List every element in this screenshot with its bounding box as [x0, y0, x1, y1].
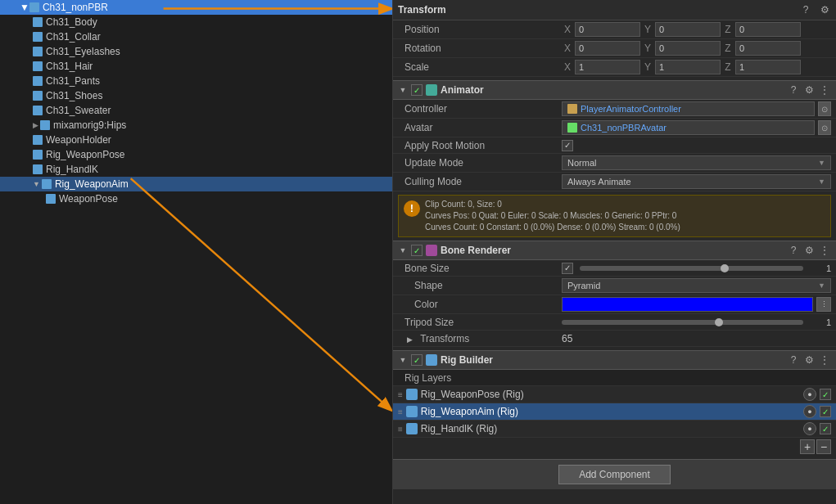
hierarchy-item-ch31collar[interactable]: Ch31_Collar: [0, 29, 392, 44]
rig-layer-enabled-checkbox[interactable]: ✓: [820, 423, 831, 434]
position-row: Position X Y Z: [393, 20, 836, 39]
avatar-pick-btn[interactable]: ⊙: [818, 120, 831, 135]
collapse-icon[interactable]: ▼: [398, 85, 408, 95]
controller-pick-btn[interactable]: ⊙: [818, 101, 831, 116]
rotation-x-input[interactable]: [575, 41, 640, 56]
hierarchy-item-ch31nonpbr[interactable]: ▼ Ch31_nonPBR: [0, 0, 392, 15]
hierarchy-item-ch31body[interactable]: Ch31_Body: [0, 15, 392, 29]
rig-builder-enabled[interactable]: ✓: [411, 354, 423, 366]
hierarchy-item-ch31pants[interactable]: Ch31_Pants: [0, 74, 392, 88]
bone-renderer-icon: [426, 245, 437, 256]
rig-layer-eye-icon[interactable]: ●: [803, 388, 816, 401]
apply-root-motion-checkbox[interactable]: ✓: [562, 140, 573, 151]
collapse-icon[interactable]: ▼: [398, 355, 408, 365]
culling-mode-dropdown[interactable]: Always Animate ▼: [562, 174, 831, 189]
tripod-size-track[interactable]: [562, 320, 803, 325]
hierarchy-item-rigweaponaim[interactable]: ▼ Rig_WeaponAim: [0, 177, 392, 191]
rotation-z-input[interactable]: [735, 41, 801, 56]
hierarchy-item-weaponpose[interactable]: WeaponPose: [0, 191, 392, 206]
settings-icon[interactable]: ⚙: [818, 3, 831, 16]
shape-dropdown[interactable]: Pyramid ▼: [562, 278, 831, 293]
tripod-size-label: Tripod Size: [398, 317, 562, 328]
inspector-panel: Transform ? ⚙ Position X Y Z Rotation X: [393, 0, 836, 504]
hierarchy-item-label: Rig_WeaponPose: [46, 149, 125, 160]
animator-menu-icon[interactable]: ⋮: [818, 83, 831, 97]
hierarchy-item-ch31sweater[interactable]: Ch31_Sweater: [0, 103, 392, 118]
controller-ref[interactable]: PlayerAnimatorController: [562, 101, 815, 116]
bone-settings-icon[interactable]: ⚙: [802, 244, 816, 257]
bone-size-check[interactable]: ✓: [562, 263, 573, 274]
rig-layer-row-2: ≡ Rig_HandlK (Rig) ● ✓: [393, 421, 836, 438]
position-y-input[interactable]: [655, 22, 721, 37]
rig-layer-eye-icon[interactable]: ●: [803, 422, 816, 435]
hierarchy-panel: ▼ Ch31_nonPBR Ch31_Body Ch31_Collar Ch31…: [0, 0, 393, 504]
update-mode-row: Update Mode Normal ▼: [393, 154, 836, 173]
rig-layer-eye-icon[interactable]: ●: [803, 405, 816, 418]
rig-settings-icon[interactable]: ⚙: [802, 353, 816, 367]
transforms-collapse-icon[interactable]: ▶: [404, 335, 414, 344]
rig-menu-icon[interactable]: ⋮: [818, 353, 831, 367]
help-icon[interactable]: ?: [799, 3, 812, 16]
hierarchy-item-ch31shoes[interactable]: Ch31_Shoes: [0, 88, 392, 103]
animator-help-icon[interactable]: ?: [787, 83, 800, 97]
apply-root-motion-value: ✓: [562, 140, 831, 151]
gameobject-icon: [33, 135, 43, 145]
position-z-input[interactable]: [735, 22, 801, 37]
controller-value: PlayerAnimatorController ⊙: [562, 101, 831, 116]
scale-xyz: X Y Z: [562, 60, 831, 74]
bone-help-icon[interactable]: ?: [787, 244, 800, 257]
rig-layer-row-0: ≡ Rig_WeaponPose (Rig) ● ✓: [393, 386, 836, 403]
hierarchy-item-rigweaponpose[interactable]: Rig_WeaponPose: [0, 147, 392, 162]
transforms-row: ▶ Transforms 65: [393, 331, 836, 347]
bone-renderer-enabled[interactable]: ✓: [411, 245, 423, 256]
update-mode-dropdown[interactable]: Normal ▼: [562, 155, 831, 170]
culling-mode-label: Culling Mode: [398, 176, 562, 187]
hierarchy-item-weaponholder[interactable]: WeaponHolder: [0, 133, 392, 147]
position-x-input[interactable]: [575, 22, 640, 37]
scale-label: Scale: [398, 61, 562, 73]
add-rig-layer-button[interactable]: +: [800, 439, 815, 454]
transforms-label-text: Transforms: [420, 333, 469, 344]
gameobject-icon: [29, 2, 39, 12]
rig-layers-label: Rig Layers: [398, 372, 562, 384]
x-label: X: [562, 43, 573, 54]
warning-line1: Clip Count: 0, Size: 0: [425, 199, 680, 210]
hierarchy-item-righandlk[interactable]: Rig_HandlK: [0, 162, 392, 177]
avatar-ref-icon: [567, 123, 577, 133]
color-swatch[interactable]: [562, 297, 813, 312]
rotation-y-input[interactable]: [655, 41, 721, 56]
hierarchy-item-mixamorig[interactable]: ▶ mixamorig9:Hips: [0, 118, 392, 133]
avatar-ref[interactable]: Ch31_nonPBRAvatar: [562, 120, 815, 135]
rig-layer-enabled-checkbox[interactable]: ✓: [820, 389, 831, 400]
expand-icon: ▼: [20, 2, 29, 13]
rig-layer-enabled-checkbox[interactable]: ✓: [820, 406, 831, 417]
collapse-icon[interactable]: ▼: [398, 245, 408, 255]
rig-help-icon[interactable]: ?: [787, 353, 800, 367]
mesh-icon: [33, 106, 43, 115]
tripod-size-thumb[interactable]: [715, 318, 723, 326]
hierarchy-item-label: Ch31_Sweater: [46, 105, 111, 116]
bone-size-thumb[interactable]: [721, 264, 729, 272]
remove-rig-layer-button[interactable]: −: [816, 439, 831, 454]
rig-layers-controls: + −: [393, 438, 836, 456]
gameobject-icon: [46, 194, 56, 204]
add-component-button[interactable]: Add Component: [558, 465, 671, 484]
transform-title: Transform: [398, 4, 446, 16]
position-label: Position: [398, 24, 562, 35]
scale-z-input[interactable]: [735, 60, 801, 74]
animator-enabled-checkbox[interactable]: ✓: [411, 84, 423, 96]
scale-x-input[interactable]: [575, 60, 640, 74]
hierarchy-item-ch31hair[interactable]: Ch31_Hair: [0, 59, 392, 74]
avatar-ref-label: Ch31_nonPBRAvatar: [581, 123, 667, 133]
y-label: Y: [642, 61, 653, 73]
bone-size-track[interactable]: [580, 266, 803, 271]
color-row: Color ⋮: [393, 295, 836, 314]
rotation-row: Rotation X Y Z: [393, 39, 836, 58]
scale-y-input[interactable]: [655, 60, 721, 74]
color-pick-btn[interactable]: ⋮: [816, 297, 831, 312]
culling-mode-row: Culling Mode Always Animate ▼: [393, 173, 836, 191]
hierarchy-item-ch31eyelashes[interactable]: Ch31_Eyelashes: [0, 44, 392, 59]
bone-menu-icon[interactable]: ⋮: [818, 244, 831, 257]
animator-settings-icon[interactable]: ⚙: [802, 83, 816, 97]
bone-size-label: Bone Size: [398, 263, 562, 274]
